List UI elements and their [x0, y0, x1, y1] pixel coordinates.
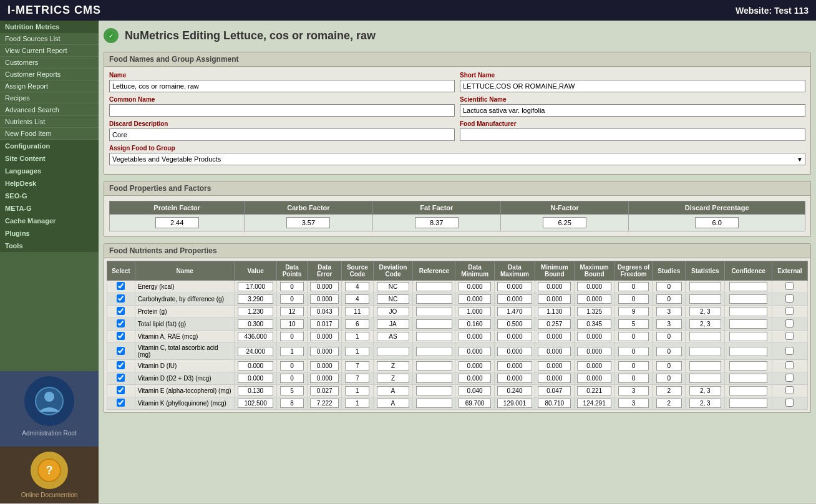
min-bound-input[interactable] [538, 347, 571, 356]
data-error-input[interactable] [310, 319, 339, 329]
studies-input[interactable] [656, 307, 682, 316]
data-points-input[interactable] [280, 386, 304, 395]
data-max-input[interactable] [497, 282, 532, 291]
sidebar-item-nutrients-list[interactable]: Nutrients List [0, 116, 99, 128]
studies-input[interactable] [656, 332, 682, 341]
deviation-code-input[interactable] [377, 374, 409, 383]
data-max-input[interactable] [497, 294, 532, 304]
data-error-input[interactable] [310, 361, 339, 371]
value-input[interactable] [238, 347, 274, 356]
data-min-input[interactable] [459, 307, 492, 316]
data-max-input[interactable] [497, 332, 532, 341]
row-checkbox[interactable] [117, 399, 125, 407]
statistics-input[interactable] [689, 307, 721, 316]
confidence-input[interactable] [729, 294, 768, 304]
dof-input[interactable] [618, 399, 648, 408]
max-bound-input[interactable] [577, 361, 611, 371]
statistics-input[interactable] [689, 374, 721, 383]
external-checkbox[interactable] [785, 307, 794, 315]
select-cell[interactable] [107, 360, 135, 372]
external-checkbox[interactable] [785, 282, 794, 290]
row-checkbox[interactable] [117, 332, 125, 340]
data-points-input[interactable] [280, 399, 304, 408]
source-code-input[interactable] [345, 319, 369, 329]
source-code-input[interactable] [345, 386, 369, 395]
statistics-input[interactable] [689, 319, 721, 329]
statistics-input[interactable] [689, 361, 721, 371]
value-input[interactable] [238, 386, 274, 395]
external-checkbox[interactable] [785, 319, 794, 327]
dof-input[interactable] [618, 307, 648, 316]
sidebar-section-nutrition[interactable]: Nutrition Metrics [0, 21, 99, 33]
row-checkbox[interactable] [117, 374, 125, 382]
common-name-input[interactable] [109, 104, 455, 117]
max-bound-input[interactable] [577, 374, 611, 383]
confidence-input[interactable] [729, 399, 768, 408]
sidebar-section-languages[interactable]: Languages [0, 165, 99, 177]
row-checkbox[interactable] [117, 386, 125, 394]
reference-input[interactable] [416, 361, 452, 371]
source-code-input[interactable] [345, 399, 369, 408]
sidebar-section-meta-g[interactable]: META-G [0, 202, 99, 215]
discard-desc-input[interactable] [109, 128, 455, 141]
data-max-input[interactable] [497, 374, 532, 383]
data-error-input[interactable] [310, 386, 339, 395]
sidebar-item-view-current-report[interactable]: View Current Report [0, 45, 99, 57]
external-checkbox[interactable] [785, 399, 794, 407]
confidence-input[interactable] [729, 347, 768, 356]
deviation-code-input[interactable] [377, 282, 409, 291]
sidebar-section-plugins[interactable]: Plugins [0, 227, 99, 240]
data-min-input[interactable] [459, 347, 492, 356]
select-cell[interactable] [107, 306, 135, 318]
data-error-input[interactable] [310, 374, 339, 383]
data-max-input[interactable] [497, 307, 532, 316]
statistics-input[interactable] [689, 386, 721, 395]
max-bound-input[interactable] [577, 347, 611, 356]
statistics-input[interactable] [689, 282, 721, 291]
reference-input[interactable] [416, 294, 452, 304]
confidence-input[interactable] [729, 374, 768, 383]
data-points-input[interactable] [280, 347, 304, 356]
dof-input[interactable] [618, 332, 648, 341]
sidebar-section-configuration[interactable]: Configuration [0, 140, 99, 152]
min-bound-input[interactable] [538, 307, 571, 316]
select-cell[interactable] [107, 318, 135, 331]
min-bound-input[interactable] [538, 386, 571, 395]
data-points-input[interactable] [280, 374, 304, 383]
data-error-input[interactable] [310, 332, 339, 341]
min-bound-input[interactable] [538, 282, 571, 291]
reference-input[interactable] [416, 374, 452, 383]
sidebar-item-customers[interactable]: Customers [0, 57, 99, 69]
select-cell[interactable] [107, 372, 135, 385]
row-checkbox[interactable] [117, 319, 125, 327]
statistics-input[interactable] [689, 347, 721, 356]
deviation-code-input[interactable] [377, 347, 409, 356]
studies-input[interactable] [656, 282, 682, 291]
data-min-input[interactable] [459, 332, 492, 341]
data-max-input[interactable] [497, 319, 532, 329]
sidebar-item-new-food-item[interactable]: New Food Item [0, 128, 99, 140]
data-points-input[interactable] [280, 361, 304, 371]
data-min-input[interactable] [459, 374, 492, 383]
assign-group-select[interactable]: Vegetables and Vegetable Products [109, 153, 805, 165]
studies-input[interactable] [656, 294, 682, 304]
studies-input[interactable] [656, 361, 682, 371]
source-code-input[interactable] [345, 374, 369, 383]
max-bound-input[interactable] [577, 282, 611, 291]
data-max-input[interactable] [497, 347, 532, 356]
select-cell[interactable] [107, 293, 135, 306]
data-error-input[interactable] [310, 294, 339, 304]
sidebar-section-tools[interactable]: Tools [0, 240, 99, 252]
reference-input[interactable] [416, 319, 452, 329]
value-input[interactable] [238, 319, 274, 329]
short-name-input[interactable] [460, 80, 805, 92]
statistics-input[interactable] [689, 294, 721, 304]
row-checkbox[interactable] [117, 282, 125, 290]
source-code-input[interactable] [345, 332, 369, 341]
max-bound-input[interactable] [577, 399, 611, 408]
data-max-input[interactable] [497, 361, 532, 371]
data-points-input[interactable] [280, 319, 304, 329]
value-input[interactable] [238, 294, 274, 304]
studies-input[interactable] [656, 386, 682, 395]
min-bound-input[interactable] [538, 361, 571, 371]
